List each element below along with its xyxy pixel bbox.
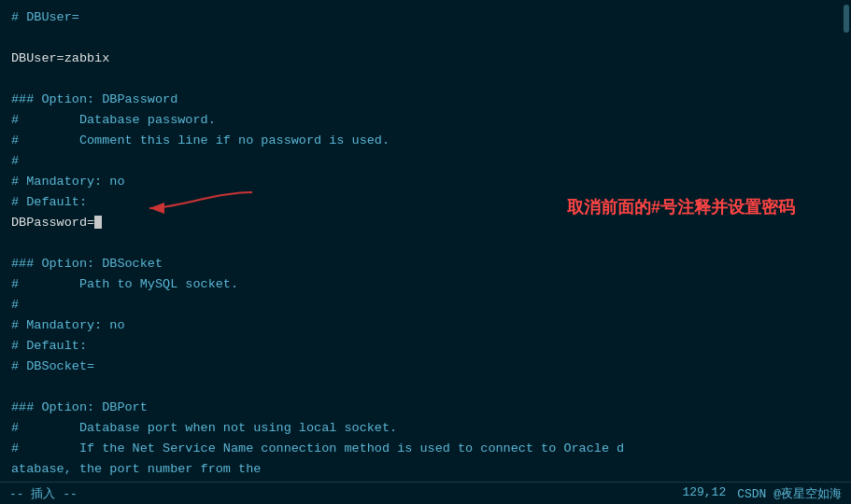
line-15: # <box>11 295 840 315</box>
line-20: ### Option: DBPort <box>11 398 840 418</box>
cursor-position: 129,12 <box>682 485 726 502</box>
status-mode: -- 插入 -- <box>9 485 78 502</box>
line-22: # If the Net Service Name connection met… <box>11 439 840 459</box>
arrow-annotation <box>140 185 262 231</box>
watermark: CSDN @夜星空如海 <box>737 485 842 502</box>
scrollbar[interactable] <box>842 0 851 482</box>
scrollbar-thumb[interactable] <box>844 5 849 33</box>
text-cursor <box>94 216 102 229</box>
line-13: ### Option: DBSocket <box>11 254 840 274</box>
status-right-group: 129,12 CSDN @夜星空如海 <box>682 485 842 502</box>
editor-area: # DBUser= DBUser=zabbix ### Option: DBPa… <box>0 0 851 504</box>
line-23: atabase, the port number from the <box>11 459 840 480</box>
line-17: # Default: <box>11 336 840 357</box>
line-2 <box>11 28 840 49</box>
line-8: # <box>11 151 840 172</box>
line-1: # DBUser= <box>11 7 840 28</box>
line-21: # Database port when not using local soc… <box>11 418 840 439</box>
line-5: ### Option: DBPassword <box>11 90 840 110</box>
line-7: # Comment this line if no password is us… <box>11 131 840 151</box>
line-18: # DBSocket= <box>11 357 840 377</box>
line-9: # Mandatory: no <box>11 172 840 192</box>
status-bar: -- 插入 -- 129,12 CSDN @夜星空如海 <box>0 482 851 504</box>
line-16: # Mandatory: no <box>11 315 840 336</box>
line-4 <box>11 69 840 90</box>
line-14: # Path to MySQL socket. <box>11 274 840 295</box>
line-3: DBUser=zabbix <box>11 49 840 69</box>
line-6: # Database password. <box>11 110 840 131</box>
line-19 <box>11 377 840 398</box>
line-12 <box>11 233 840 254</box>
annotation-text: 取消前面的#号注释并设置密码 <box>567 196 795 218</box>
